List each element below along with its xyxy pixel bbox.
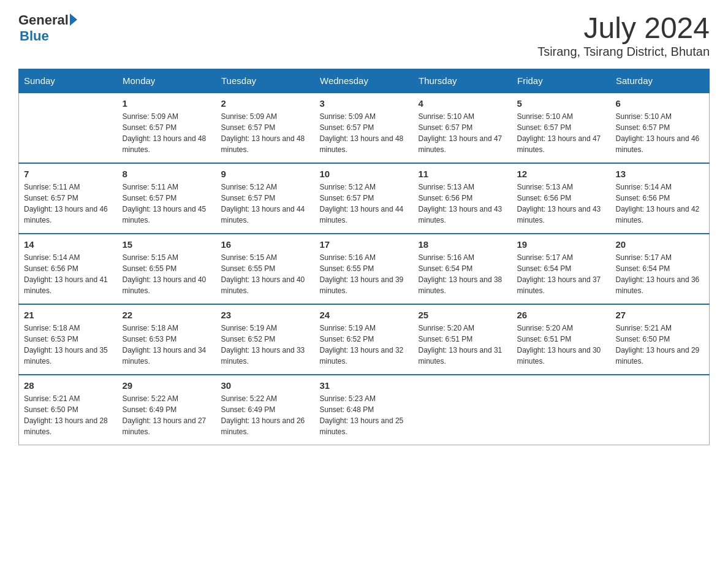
day-info: Sunrise: 5:18 AMSunset: 6:53 PMDaylight:… <box>123 323 211 367</box>
day-number: 28 <box>24 380 113 391</box>
location-title: Tsirang, Tsirang District, Bhutan <box>537 45 710 59</box>
header-friday: Friday <box>512 69 611 93</box>
calendar-header-row: Sunday Monday Tuesday Wednesday Thursday… <box>19 69 710 93</box>
week-row-2: 7 Sunrise: 5:11 AMSunset: 6:57 PMDayligh… <box>19 163 710 234</box>
calendar-cell: 2 Sunrise: 5:09 AMSunset: 6:57 PMDayligh… <box>216 93 315 163</box>
header-thursday: Thursday <box>414 69 512 93</box>
calendar-cell: 11 Sunrise: 5:13 AMSunset: 6:56 PMDaylig… <box>414 163 512 234</box>
day-info: Sunrise: 5:13 AMSunset: 6:56 PMDaylight:… <box>419 182 507 226</box>
calendar-cell: 28 Sunrise: 5:21 AMSunset: 6:50 PMDaylig… <box>19 375 118 445</box>
calendar-cell: 21 Sunrise: 5:18 AMSunset: 6:53 PMDaylig… <box>19 304 118 375</box>
day-number: 30 <box>221 380 310 391</box>
calendar-table: Sunday Monday Tuesday Wednesday Thursday… <box>18 69 710 445</box>
day-info: Sunrise: 5:17 AMSunset: 6:54 PMDaylight:… <box>616 252 705 296</box>
calendar-cell: 19 Sunrise: 5:17 AMSunset: 6:54 PMDaylig… <box>512 234 611 304</box>
day-number: 27 <box>616 310 705 320</box>
title-section: July 2024 Tsirang, Tsirang District, Bhu… <box>537 12 710 59</box>
day-info: Sunrise: 5:20 AMSunset: 6:51 PMDaylight:… <box>419 323 507 367</box>
calendar-cell: 14 Sunrise: 5:14 AMSunset: 6:56 PMDaylig… <box>19 234 118 304</box>
day-info: Sunrise: 5:19 AMSunset: 6:52 PMDaylight:… <box>221 323 310 367</box>
day-info: Sunrise: 5:09 AMSunset: 6:57 PMDaylight:… <box>221 111 310 155</box>
logo: General Blue <box>18 12 77 44</box>
calendar-cell: 3 Sunrise: 5:09 AMSunset: 6:57 PMDayligh… <box>315 93 414 163</box>
calendar-cell: 26 Sunrise: 5:20 AMSunset: 6:51 PMDaylig… <box>512 304 611 375</box>
day-info: Sunrise: 5:11 AMSunset: 6:57 PMDaylight:… <box>123 182 211 226</box>
month-year-title: July 2024 <box>537 12 710 45</box>
day-info: Sunrise: 5:19 AMSunset: 6:52 PMDaylight:… <box>320 323 409 367</box>
calendar-cell <box>414 375 512 445</box>
day-number: 15 <box>123 239 211 250</box>
calendar-cell: 24 Sunrise: 5:19 AMSunset: 6:52 PMDaylig… <box>315 304 414 375</box>
calendar-cell: 8 Sunrise: 5:11 AMSunset: 6:57 PMDayligh… <box>118 163 216 234</box>
day-info: Sunrise: 5:13 AMSunset: 6:56 PMDaylight:… <box>517 182 606 226</box>
calendar-cell: 4 Sunrise: 5:10 AMSunset: 6:57 PMDayligh… <box>414 93 512 163</box>
calendar-cell: 22 Sunrise: 5:18 AMSunset: 6:53 PMDaylig… <box>118 304 216 375</box>
header-wednesday: Wednesday <box>315 69 414 93</box>
day-info: Sunrise: 5:17 AMSunset: 6:54 PMDaylight:… <box>517 252 606 296</box>
day-number: 17 <box>320 239 409 250</box>
day-info: Sunrise: 5:16 AMSunset: 6:54 PMDaylight:… <box>419 252 507 296</box>
day-info: Sunrise: 5:16 AMSunset: 6:55 PMDaylight:… <box>320 252 409 296</box>
day-number: 10 <box>320 169 409 179</box>
day-info: Sunrise: 5:21 AMSunset: 6:50 PMDaylight:… <box>24 393 113 437</box>
day-info: Sunrise: 5:20 AMSunset: 6:51 PMDaylight:… <box>517 323 606 367</box>
day-number: 29 <box>123 380 211 391</box>
day-info: Sunrise: 5:15 AMSunset: 6:55 PMDaylight:… <box>123 252 211 296</box>
header-saturday: Saturday <box>611 69 710 93</box>
day-number: 21 <box>24 310 113 320</box>
day-number: 11 <box>419 169 507 179</box>
header-monday: Monday <box>118 69 216 93</box>
day-number: 6 <box>616 98 705 109</box>
day-info: Sunrise: 5:10 AMSunset: 6:57 PMDaylight:… <box>616 111 705 155</box>
day-info: Sunrise: 5:12 AMSunset: 6:57 PMDaylight:… <box>320 182 409 226</box>
day-number: 22 <box>123 310 211 320</box>
logo-arrow-icon <box>70 13 77 26</box>
day-number: 20 <box>616 239 705 250</box>
day-info: Sunrise: 5:14 AMSunset: 6:56 PMDaylight:… <box>616 182 705 226</box>
day-number: 4 <box>419 98 507 109</box>
day-number: 9 <box>221 169 310 179</box>
day-info: Sunrise: 5:21 AMSunset: 6:50 PMDaylight:… <box>616 323 705 367</box>
day-number: 14 <box>24 239 113 250</box>
calendar-cell <box>19 93 118 163</box>
header-sunday: Sunday <box>19 69 118 93</box>
day-info: Sunrise: 5:09 AMSunset: 6:57 PMDaylight:… <box>320 111 409 155</box>
day-number: 8 <box>123 169 211 179</box>
day-number: 18 <box>419 239 507 250</box>
day-number: 19 <box>517 239 606 250</box>
day-number: 24 <box>320 310 409 320</box>
day-number: 7 <box>24 169 113 179</box>
day-info: Sunrise: 5:10 AMSunset: 6:57 PMDaylight:… <box>517 111 606 155</box>
calendar-cell: 16 Sunrise: 5:15 AMSunset: 6:55 PMDaylig… <box>216 234 315 304</box>
calendar-cell: 30 Sunrise: 5:22 AMSunset: 6:49 PMDaylig… <box>216 375 315 445</box>
calendar-cell: 9 Sunrise: 5:12 AMSunset: 6:57 PMDayligh… <box>216 163 315 234</box>
day-info: Sunrise: 5:18 AMSunset: 6:53 PMDaylight:… <box>24 323 113 367</box>
calendar-cell: 15 Sunrise: 5:15 AMSunset: 6:55 PMDaylig… <box>118 234 216 304</box>
week-row-4: 21 Sunrise: 5:18 AMSunset: 6:53 PMDaylig… <box>19 304 710 375</box>
calendar-cell: 20 Sunrise: 5:17 AMSunset: 6:54 PMDaylig… <box>611 234 710 304</box>
day-number: 16 <box>221 239 310 250</box>
day-number: 3 <box>320 98 409 109</box>
day-info: Sunrise: 5:11 AMSunset: 6:57 PMDaylight:… <box>24 182 113 226</box>
calendar-cell: 17 Sunrise: 5:16 AMSunset: 6:55 PMDaylig… <box>315 234 414 304</box>
week-row-3: 14 Sunrise: 5:14 AMSunset: 6:56 PMDaylig… <box>19 234 710 304</box>
week-row-5: 28 Sunrise: 5:21 AMSunset: 6:50 PMDaylig… <box>19 375 710 445</box>
day-info: Sunrise: 5:23 AMSunset: 6:48 PMDaylight:… <box>320 393 409 437</box>
calendar-cell <box>611 375 710 445</box>
logo-general-text: General <box>18 12 69 28</box>
calendar-cell: 31 Sunrise: 5:23 AMSunset: 6:48 PMDaylig… <box>315 375 414 445</box>
day-info: Sunrise: 5:22 AMSunset: 6:49 PMDaylight:… <box>221 393 310 437</box>
day-number: 23 <box>221 310 310 320</box>
calendar-cell: 5 Sunrise: 5:10 AMSunset: 6:57 PMDayligh… <box>512 93 611 163</box>
calendar-cell <box>512 375 611 445</box>
calendar-cell: 18 Sunrise: 5:16 AMSunset: 6:54 PMDaylig… <box>414 234 512 304</box>
day-number: 5 <box>517 98 606 109</box>
calendar-cell: 23 Sunrise: 5:19 AMSunset: 6:52 PMDaylig… <box>216 304 315 375</box>
day-number: 31 <box>320 380 409 391</box>
day-info: Sunrise: 5:14 AMSunset: 6:56 PMDaylight:… <box>24 252 113 296</box>
day-number: 12 <box>517 169 606 179</box>
calendar-cell: 13 Sunrise: 5:14 AMSunset: 6:56 PMDaylig… <box>611 163 710 234</box>
day-number: 13 <box>616 169 705 179</box>
calendar-cell: 25 Sunrise: 5:20 AMSunset: 6:51 PMDaylig… <box>414 304 512 375</box>
calendar-cell: 1 Sunrise: 5:09 AMSunset: 6:57 PMDayligh… <box>118 93 216 163</box>
